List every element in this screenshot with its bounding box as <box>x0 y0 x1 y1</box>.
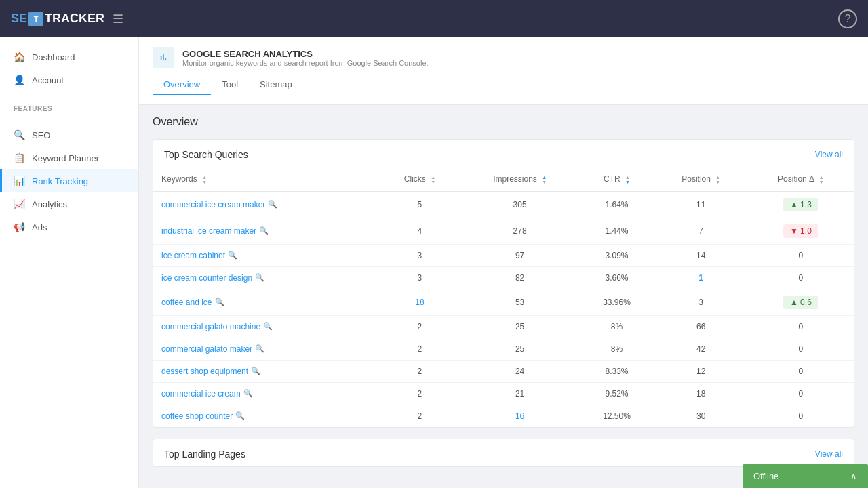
page-title: GOOGLE SEARCH ANALYTICS <box>182 49 429 59</box>
delta-badge-down: ▼ 1.0 <box>783 224 818 238</box>
main-layout: 🏠 Dashboard 👤 Account FEATURES 🔍 SEO 📋 K… <box>0 37 868 488</box>
page-subtitle: Monitor organic keywords and search repo… <box>182 59 429 67</box>
table-row: commercial galato maker 🔍2258%420 <box>153 338 854 360</box>
position-delta-cell: 0 <box>748 338 854 360</box>
impressions-cell: 53 <box>460 289 580 315</box>
keyword-link[interactable]: coffee shop counter 🔍 <box>161 411 371 421</box>
tab-overview[interactable]: Overview <box>153 75 211 95</box>
impressions-cell: 21 <box>460 382 580 405</box>
table-row: commercial ice cream 🔍2219.52%180 <box>153 382 854 405</box>
position-delta-cell: ▼ 1.0 <box>748 218 854 244</box>
page-header-top: GOOGLE SEARCH ANALYTICS Monitor organic … <box>153 47 854 68</box>
position-cell: 42 <box>654 338 748 360</box>
position-cell: 66 <box>654 315 748 338</box>
table-row: industrial ice cream maker 🔍42781.44%7▼ … <box>153 218 854 244</box>
sidebar-features-nav: 🔍 SEO 📋 Keyword Planner 📊 Rank Tracking … <box>0 115 138 247</box>
position-delta-cell: 0 <box>748 382 854 405</box>
col-position[interactable]: Position ▲▼ <box>654 167 748 192</box>
search-icon: 🔍 <box>259 226 269 235</box>
delta-badge-up: ▲ 0.6 <box>783 296 818 309</box>
impressions-cell: 305 <box>460 191 580 218</box>
col-impressions[interactable]: Impressions ▲▼ <box>460 167 580 192</box>
sidebar-item-label-dashboard: Dashboard <box>32 52 75 62</box>
clicks-cell: 2 <box>379 315 460 338</box>
tab-sitemap[interactable]: Sitemap <box>249 75 303 95</box>
col-keywords[interactable]: Keywords ▲▼ <box>153 167 379 192</box>
impressions-cell: 25 <box>460 338 580 360</box>
position-cell: 11 <box>654 191 748 218</box>
impressions-cell: 16 <box>460 405 580 427</box>
offline-button[interactable]: Offline ∧ <box>743 464 868 488</box>
ctr-sort-icon: ▲▼ <box>625 175 630 184</box>
page-header-text: GOOGLE SEARCH ANALYTICS Monitor organic … <box>182 49 429 67</box>
table-row: ice cream cabinet 🔍3973.09%140 <box>153 244 854 266</box>
clicks-cell: 2 <box>379 382 460 405</box>
ads-icon: 📢 <box>14 222 25 232</box>
sidebar-item-seo[interactable]: 🔍 SEO <box>0 123 138 146</box>
top-landing-view-all[interactable]: View all <box>815 449 843 459</box>
top-landing-header: Top Landing Pages View all <box>153 439 854 466</box>
keyword-link[interactable]: ice cream cabinet 🔍 <box>161 251 371 260</box>
keyword-link[interactable]: ice cream counter design 🔍 <box>161 273 371 283</box>
nav-left: SE T TRACKER ☰ <box>11 12 123 26</box>
sidebar-item-account[interactable]: 👤 Account <box>0 68 138 92</box>
col-position-delta[interactable]: Position Δ ▲▼ <box>748 167 854 192</box>
sidebar-item-analytics[interactable]: 📈 Analytics <box>0 192 138 216</box>
col-ctr[interactable]: CTR ▲▼ <box>579 167 654 192</box>
search-icon: 🔍 <box>263 322 273 331</box>
sidebar-item-rank-tracking[interactable]: 📊 Rank Tracking <box>0 169 138 192</box>
ctr-cell: 8% <box>579 338 654 360</box>
sidebar-item-ads[interactable]: 📢 Ads <box>0 216 138 239</box>
sidebar-item-keyword-planner[interactable]: 📋 Keyword Planner <box>0 146 138 169</box>
sidebar-item-dashboard[interactable]: 🏠 Dashboard <box>0 45 138 68</box>
content-area: GOOGLE SEARCH ANALYTICS Monitor organic … <box>139 37 868 488</box>
help-icon[interactable]: ? <box>838 9 857 28</box>
keyword-link[interactable]: commercial galato machine 🔍 <box>161 322 371 331</box>
position-cell: 14 <box>654 244 748 266</box>
ctr-cell: 3.09% <box>579 244 654 266</box>
position-cell: 30 <box>654 405 748 427</box>
keyword-link[interactable]: coffee and ice 🔍 <box>161 298 371 307</box>
position-delta-cell: ▲ 0.6 <box>748 289 854 315</box>
logo-tracker: TRACKER <box>45 12 104 26</box>
sidebar-item-label-rank-tracking: Rank Tracking <box>32 176 88 186</box>
ctr-cell: 8% <box>579 315 654 338</box>
col-clicks[interactable]: Clicks ▲▼ <box>379 167 460 192</box>
position-cell: 12 <box>654 360 748 382</box>
ctr-cell: 1.44% <box>579 218 654 244</box>
search-icon: 🔍 <box>235 411 245 420</box>
position-delta-cell: 0 <box>748 315 854 338</box>
clicks-sort-icon: ▲▼ <box>431 175 435 184</box>
view-all-link[interactable]: View all <box>815 150 843 159</box>
top-landing-title: Top Landing Pages <box>164 449 245 460</box>
impressions-cell: 97 <box>460 244 580 266</box>
offline-chevron: ∧ <box>850 471 857 481</box>
keyword-link[interactable]: commercial ice cream maker 🔍 <box>161 200 371 209</box>
card-title: Top Search Queries <box>164 149 248 160</box>
ctr-cell: 12.50% <box>579 405 654 427</box>
tab-tool[interactable]: Tool <box>211 75 249 95</box>
table-row: coffee and ice 🔍185333.96%3▲ 0.6 <box>153 289 854 315</box>
position-cell: 1 <box>654 266 748 289</box>
delta-badge-up: ▲ 1.3 <box>783 198 818 211</box>
table-row: commercial ice cream maker 🔍53051.64%11▲… <box>153 191 854 218</box>
page-header: GOOGLE SEARCH ANALYTICS Monitor organic … <box>139 37 868 105</box>
ctr-cell: 1.64% <box>579 191 654 218</box>
ctr-cell: 3.66% <box>579 266 654 289</box>
rank-tracking-icon: 📊 <box>14 176 25 186</box>
section-title: Overview <box>153 116 854 128</box>
search-icon: 🔍 <box>255 273 264 282</box>
position-delta-cell: 0 <box>748 360 854 382</box>
dashboard-icon: 🏠 <box>14 52 25 62</box>
google-analytics-icon <box>153 47 174 68</box>
keyword-link[interactable]: commercial galato maker 🔍 <box>161 344 371 354</box>
ctr-cell: 9.52% <box>579 382 654 405</box>
keyword-link[interactable]: industrial ice cream maker 🔍 <box>161 226 371 236</box>
ctr-cell: 8.33% <box>579 360 654 382</box>
hamburger-menu[interactable]: ☰ <box>113 12 123 26</box>
keyword-link[interactable]: dessert shop equipment 🔍 <box>161 367 371 376</box>
search-icon: 🔍 <box>268 200 277 209</box>
account-icon: 👤 <box>14 75 25 85</box>
table-row: ice cream counter design 🔍3823.66%10 <box>153 266 854 289</box>
keyword-link[interactable]: commercial ice cream 🔍 <box>161 389 371 399</box>
